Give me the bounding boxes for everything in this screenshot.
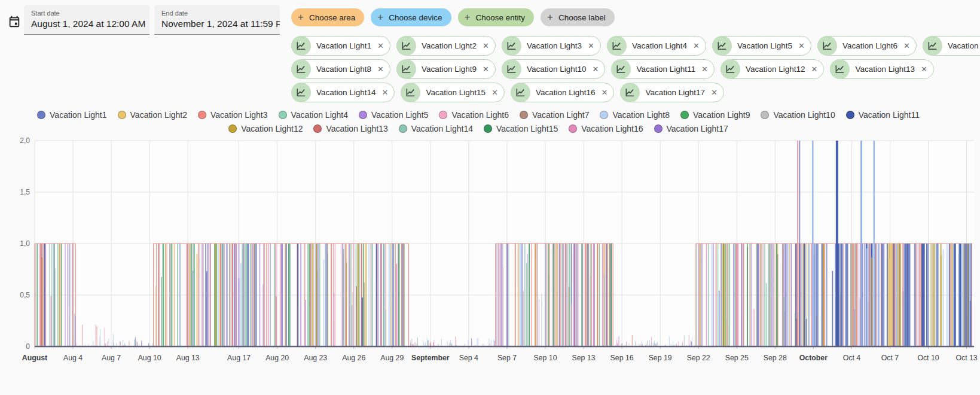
entity-chip[interactable]: Vacation Light8 ✕: [291, 59, 390, 79]
remove-chip-icon[interactable]: ✕: [377, 65, 384, 74]
entity-chip[interactable]: Vacation Light13 ✕: [830, 59, 933, 79]
entity-chip-label: Vacation Light8: [316, 65, 371, 74]
choose-filter-row: +Choose area +Choose device +Choose enti…: [291, 8, 979, 26]
remove-chip-icon[interactable]: ✕: [482, 41, 490, 50]
svg-text:2,0: 2,0: [20, 136, 30, 145]
entity-chip-label: Vacation Light4: [632, 41, 687, 50]
svg-text:Oct 10: Oct 10: [917, 354, 939, 362]
chart-line-icon: [830, 59, 850, 79]
svg-text:October: October: [799, 354, 828, 362]
entity-chip[interactable]: Vacation Light3 ✕: [502, 36, 601, 56]
entity-chip[interactable]: Vacation Light1 ✕: [291, 36, 390, 56]
legend-item[interactable]: Vacation Light10: [761, 110, 835, 120]
legend-item[interactable]: Vacation Light13: [313, 124, 387, 133]
remove-chip-icon[interactable]: ✕: [811, 65, 819, 74]
svg-text:Aug 29: Aug 29: [380, 354, 404, 362]
choose-filter-button[interactable]: +Choose entity: [458, 8, 535, 26]
end-date-value: November 1, 2024 at 11:59 PM: [161, 17, 277, 31]
chart-line-icon: [401, 83, 420, 102]
entity-chip-label: Vacation Light10: [527, 65, 587, 74]
entity-chip[interactable]: Vacation Light4 ✕: [607, 36, 706, 56]
entity-chip[interactable]: Vacation Light7 ✕: [923, 36, 980, 56]
remove-chip-icon[interactable]: ✕: [377, 41, 384, 50]
chart-line-icon: [923, 36, 942, 56]
remove-chip-icon[interactable]: ✕: [798, 41, 805, 50]
legend-item[interactable]: Vacation Light3: [198, 110, 267, 120]
legend-item[interactable]: Vacation Light6: [439, 110, 508, 120]
legend-item[interactable]: Vacation Light12: [228, 124, 303, 133]
svg-text:Oct 4: Oct 4: [843, 354, 861, 362]
entity-chip[interactable]: Vacation Light16 ✕: [511, 83, 614, 102]
legend-color-dot: [228, 124, 237, 133]
legend-color-dot: [484, 124, 492, 133]
remove-chip-icon[interactable]: ✕: [701, 65, 709, 74]
entity-chip[interactable]: Vacation Light10 ✕: [502, 59, 605, 79]
chart-legend: Vacation Light1 Vacation Light2 Vacation…: [0, 108, 957, 135]
entity-chip[interactable]: Vacation Light6 ✕: [817, 36, 917, 56]
legend-color-dot: [359, 111, 367, 119]
legend-item[interactable]: Vacation Light5: [359, 110, 428, 120]
choose-filter-button[interactable]: +Choose label: [541, 8, 615, 26]
chart-line-icon: [502, 36, 521, 56]
choose-filter-button[interactable]: +Choose area: [291, 8, 364, 26]
chart-line-icon: [611, 59, 631, 79]
entity-chip-label: Vacation Light7: [948, 41, 980, 50]
remove-chip-icon[interactable]: ✕: [592, 65, 600, 74]
start-date-field[interactable]: Start date August 1, 2024 at 12:00 AM: [24, 5, 149, 35]
legend-item[interactable]: Vacation Light15: [484, 124, 558, 133]
remove-chip-icon[interactable]: ✕: [601, 88, 609, 97]
legend-item[interactable]: Vacation Light17: [654, 124, 728, 133]
remove-chip-icon[interactable]: ✕: [710, 88, 718, 97]
remove-chip-icon[interactable]: ✕: [381, 88, 389, 97]
entity-chip[interactable]: Vacation Light5 ✕: [712, 36, 811, 56]
history-chart[interactable]: 00,51,01,52,0AugustAug 4Aug 7Aug 10Aug 1…: [0, 136, 980, 382]
remove-chip-icon[interactable]: ✕: [491, 88, 499, 97]
chart-line-icon: [712, 36, 732, 56]
entity-chip-label: Vacation Light15: [426, 88, 486, 97]
chart-canvas[interactable]: 00,51,01,52,0AugustAug 4Aug 7Aug 10Aug 1…: [0, 136, 980, 379]
svg-text:Oct 13: Oct 13: [955, 354, 977, 362]
entity-chip[interactable]: Vacation Light2 ✕: [396, 36, 496, 56]
legend-item[interactable]: Vacation Light4: [279, 110, 348, 120]
entity-chip[interactable]: Vacation Light14 ✕: [291, 83, 395, 102]
legend-row: Vacation Light1 Vacation Light2 Vacation…: [0, 108, 957, 121]
svg-text:Aug 17: Aug 17: [227, 354, 251, 362]
entity-chip[interactable]: Vacation Light9 ✕: [396, 59, 496, 79]
entity-chip[interactable]: Vacation Light12 ✕: [721, 59, 824, 79]
legend-item[interactable]: Vacation Light2: [118, 110, 187, 120]
end-date-field[interactable]: End date November 1, 2024 at 11:59 PM: [154, 5, 280, 35]
legend-item[interactable]: Vacation Light11: [846, 110, 920, 120]
legend-item[interactable]: Vacation Light8: [600, 110, 669, 120]
entity-chip[interactable]: Vacation Light17 ✕: [620, 83, 723, 102]
legend-color-dot: [846, 111, 854, 119]
svg-text:0,5: 0,5: [20, 291, 30, 299]
svg-text:Sep 25: Sep 25: [725, 354, 749, 362]
choose-filter-button[interactable]: +Choose device: [371, 8, 451, 26]
entity-chip[interactable]: Vacation Light15 ✕: [401, 83, 504, 102]
svg-text:Aug 4: Aug 4: [63, 354, 83, 362]
remove-chip-icon[interactable]: ✕: [587, 41, 595, 50]
legend-item[interactable]: Vacation Light1: [37, 110, 106, 120]
legend-item[interactable]: Vacation Light16: [569, 124, 643, 133]
chart-line-icon: [396, 36, 416, 56]
chart-line-icon: [817, 36, 837, 56]
svg-text:Oct 7: Oct 7: [881, 354, 899, 362]
svg-text:0: 0: [26, 342, 30, 351]
entity-chip-label: Vacation Light14: [316, 88, 376, 97]
legend-item[interactable]: Vacation Light14: [399, 124, 473, 133]
entity-chip[interactable]: Vacation Light11 ✕: [611, 59, 714, 79]
entity-chip-label: Vacation Light3: [527, 41, 582, 50]
plus-icon: +: [465, 11, 471, 23]
remove-chip-icon[interactable]: ✕: [692, 41, 700, 50]
legend-color-dot: [399, 124, 407, 133]
legend-item[interactable]: Vacation Light9: [680, 110, 750, 120]
date-range-picker-button[interactable]: [5, 12, 24, 31]
history-page: Start date August 1, 2024 at 12:00 AM En…: [0, 0, 980, 395]
legend-item[interactable]: Vacation Light7: [520, 110, 589, 120]
remove-chip-icon[interactable]: ✕: [920, 65, 928, 74]
legend-item-label: Vacation Light6: [451, 110, 508, 120]
chart-line-icon: [291, 83, 311, 102]
svg-text:Sep 10: Sep 10: [534, 354, 557, 362]
remove-chip-icon[interactable]: ✕: [482, 65, 490, 74]
remove-chip-icon[interactable]: ✕: [903, 41, 911, 50]
